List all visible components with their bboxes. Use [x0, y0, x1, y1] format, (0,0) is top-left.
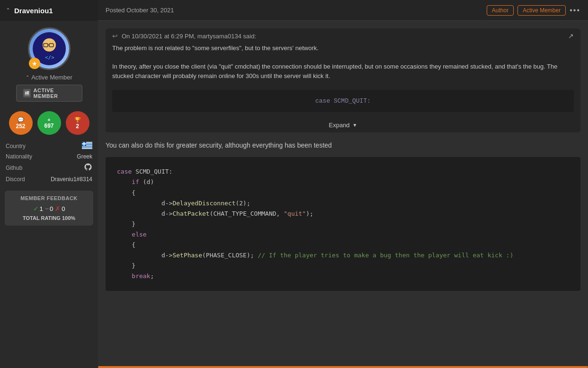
author-badge[interactable]: Author [487, 5, 514, 16]
negative-score: ✗ 0 [55, 205, 65, 212]
post-body: ↩ On 10/30/2021 at 6:29 PM, martysama013… [98, 21, 588, 365]
stat-trophy: 🏆 2 [66, 111, 89, 135]
neutral-count: 0 [50, 205, 53, 212]
total-rating-value: 100% [62, 215, 75, 221]
sidebar-header: ⌃ Draveniou1 [0, 0, 98, 21]
github-label: Github [6, 165, 22, 171]
negative-count: 0 [62, 205, 65, 212]
post-date: Posted October 30, 2021 [106, 7, 174, 14]
active-member-tag[interactable]: Active Member [517, 5, 566, 16]
star-badge: ★ [29, 58, 40, 69]
trophy-icon: 🏆 [74, 117, 81, 123]
quote-line1: The problem is not related to "some serv… [112, 44, 574, 53]
total-rating-label: TOTAL RATING [23, 215, 61, 221]
total-rating: TOTAL RATING 100% [9, 215, 89, 221]
post-header: Posted October 30, 2021 Author Active Me… [98, 0, 588, 21]
active-member-badge-label: ACTIVE MEMBER [34, 88, 75, 99]
stat-trophy-count: 2 [76, 123, 79, 130]
member-feedback-box: MEMBER FEEDBACK ✓ 1 − 0 ✗ 0 TOTAL RATING… [5, 191, 93, 226]
country-label: Country [6, 143, 26, 149]
active-member-badge: ACTIVE MEMBER [16, 85, 82, 102]
github-icon [84, 163, 92, 173]
quote-header: ↩ On 10/30/2021 at 6:29 PM, martysama013… [106, 28, 580, 44]
code-block-full: case SCMD_QUIT: if (d) { d->DelayedDisco… [106, 157, 580, 291]
stat-plus-count: 697 [44, 123, 53, 129]
info-section: Country Na [0, 139, 98, 186]
feedback-scores: ✓ 1 − 0 ✗ 0 [9, 205, 89, 212]
stats-row: 💬 252 + 697 🏆 2 [5, 111, 93, 135]
svg-rect-7 [26, 92, 27, 94]
greek-flag-icon [82, 142, 92, 149]
quote-author: On 10/30/2021 at 6:29 PM, martysama0134 … [122, 33, 256, 40]
nationality-value: Greek [77, 153, 92, 160]
check-circle-icon: ✓ [33, 205, 39, 212]
positive-score: ✓ 1 [33, 205, 43, 212]
svg-rect-8 [27, 91, 28, 94]
feedback-title: MEMBER FEEDBACK [9, 195, 89, 201]
quote-header-left: ↩ On 10/30/2021 at 6:29 PM, martysama013… [112, 32, 256, 40]
stat-chat: 💬 252 [9, 111, 33, 135]
info-row-github: Github [6, 161, 92, 175]
x-circle-icon: ✗ [55, 205, 61, 212]
more-options-button[interactable]: ••• [570, 6, 580, 15]
main-content: Posted October 30, 2021 Author Active Me… [98, 0, 588, 368]
code-preview-text: case SCMD_QUIT: [315, 97, 371, 105]
discord-value: Draveniu1#8314 [51, 176, 92, 183]
chevron-up-icon-role: ⌃ [26, 75, 29, 80]
badge-icon-svg [24, 90, 30, 96]
info-row-nationality: Nationality Greek [6, 152, 92, 161]
expand-button[interactable]: Expand ▼ [106, 118, 580, 132]
minus-circle-icon: − [45, 205, 49, 212]
member-role: ⌃ Active Member [26, 74, 72, 81]
collapsed-code-block: case SCMD_QUIT: [112, 90, 574, 112]
scroll-indicator [98, 366, 588, 368]
avatar-svg: </> [35, 35, 63, 63]
svg-rect-6 [25, 91, 29, 96]
quote-block: ↩ On 10/30/2021 at 6:29 PM, martysama013… [106, 28, 580, 132]
info-row-discord: Discord Draveniu1#8314 [6, 175, 92, 184]
info-row-country: Country [6, 140, 92, 152]
sidebar: ⌃ Draveniou1 [0, 0, 98, 368]
badge-icon [23, 89, 31, 97]
post-header-right: Author Active Member ••• [487, 5, 580, 16]
svg-rect-14 [82, 148, 92, 149]
expand-label: Expand [329, 122, 350, 129]
post-intro-text: You can also do this for greater securit… [106, 140, 580, 150]
username: Draveniou1 [14, 7, 53, 15]
plus-icon: + [47, 117, 50, 123]
chat-icon: 💬 [18, 117, 24, 123]
svg-text:</>: </> [45, 54, 54, 61]
svg-rect-17 [82, 143, 86, 144]
quote-content: The problem is not related to "some serv… [106, 44, 580, 86]
expand-arrow-icon: ▼ [353, 123, 357, 128]
member-role-label: Active Member [31, 74, 72, 81]
quote-line2: In theory, after you close the client (v… [112, 62, 574, 80]
stat-chat-count: 252 [16, 123, 25, 130]
avatar-section: </> ★ ⌃ Active Member ACTI [0, 21, 98, 105]
nationality-label: Nationality [6, 153, 32, 160]
country-flag [82, 142, 92, 150]
code-content: case SCMD_QUIT: if (d) { d->DelayedDisco… [117, 166, 569, 281]
chevron-up-icon: ⌃ [6, 7, 10, 14]
stat-plus: + 697 [37, 111, 61, 135]
positive-count: 1 [40, 205, 43, 212]
share-icon[interactable]: ↗ [568, 32, 574, 40]
svg-rect-13 [82, 147, 92, 148]
reply-icon: ↩ [112, 32, 118, 40]
neutral-score: − 0 [45, 205, 53, 212]
github-logo-icon [84, 163, 92, 171]
avatar: </> ★ [28, 27, 71, 70]
discord-label: Discord [6, 176, 25, 183]
